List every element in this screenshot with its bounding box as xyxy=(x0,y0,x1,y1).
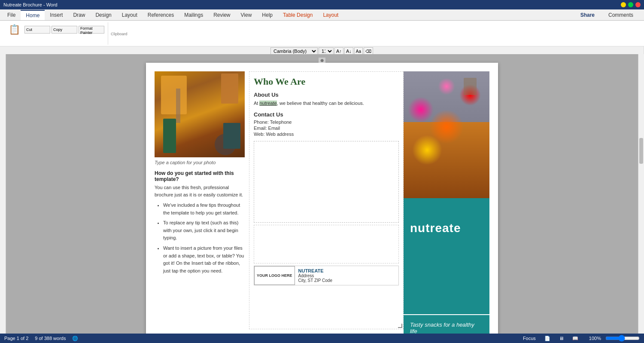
clipboard-group: 📋 Cut Copy Format Painter xyxy=(3,22,108,45)
share-button[interactable]: Share xyxy=(575,10,600,20)
tab-draw[interactable]: Draw xyxy=(68,9,90,20)
window-controls[interactable] xyxy=(621,2,641,7)
flower-pink xyxy=(408,97,434,122)
app-title: Nutreate Brochure - Word xyxy=(3,2,58,7)
read-mode-button[interactable]: 📖 xyxy=(570,335,580,342)
tab-home[interactable]: Home xyxy=(21,10,45,20)
bullet-item-1: We've included a few tips throughout the… xyxy=(163,202,245,217)
about-us-body: At nutreate, we believe that healthy can… xyxy=(254,100,399,107)
focus-button[interactable]: Focus xyxy=(521,335,538,342)
photo-caption: Type a caption for your photo xyxy=(155,160,245,165)
clipboard-group-top: 📋 Cut Copy Format Painter xyxy=(7,23,104,36)
kitchen-photo xyxy=(155,71,245,157)
about-us-heading: About Us xyxy=(254,92,399,98)
flower-photo xyxy=(404,71,489,198)
zoom-slider[interactable] xyxy=(605,336,640,341)
company-name: NUTREATE xyxy=(298,268,332,273)
shop-element xyxy=(464,78,477,95)
zoom-level: 100% xyxy=(589,336,601,341)
brochure: Type a caption for your photo How do you… xyxy=(155,71,489,329)
phone-contact: Phone: Telephone xyxy=(254,119,399,125)
comments-button[interactable]: Comments xyxy=(603,10,638,20)
brand-link[interactable]: nutreate xyxy=(259,101,276,106)
footer-area: YOUR LOGO HERE NUTREATE Address City, ST… xyxy=(254,266,399,285)
flower-bg xyxy=(404,71,489,198)
window-title-bar: Nutreate Brochure - Word xyxy=(0,0,644,9)
company-info: NUTREATE Address City, ST ZIP Code xyxy=(295,266,336,285)
ribbon-tabs: File Home Insert Draw Design Layout Refe… xyxy=(0,9,644,21)
paste-button[interactable]: 📋 xyxy=(7,23,23,36)
vertical-element xyxy=(176,89,180,123)
right-column: nutreate Tasty snacks for a healthy life xyxy=(404,71,489,329)
status-right: Focus 📄 🖥 📖 100% xyxy=(521,335,640,342)
contact-us-heading: Contact Us xyxy=(254,111,399,118)
ribbon-content: 📋 Cut Copy Format Painter Clipboard xyxy=(0,21,644,46)
tab-file[interactable]: File xyxy=(2,9,21,20)
flower-yellow xyxy=(412,135,442,165)
teal-brand-box: nutreate xyxy=(404,198,489,258)
vertical-scrollbar[interactable] xyxy=(638,54,644,334)
copy-button[interactable]: Copy xyxy=(52,26,77,34)
brand-name: nutreate xyxy=(410,221,461,235)
tab-references[interactable]: References xyxy=(143,9,179,20)
paste-icon: 📋 xyxy=(9,24,20,35)
left-heading: How do you get started with this templat… xyxy=(155,170,245,182)
print-layout-button[interactable]: 📄 xyxy=(542,335,553,342)
document-area[interactable]: ⊕ Type a caption for your photo xyxy=(6,54,638,334)
web-contact: Web: Web address xyxy=(254,132,399,137)
bullet-list: We've included a few tips throughout the… xyxy=(155,202,245,275)
plant xyxy=(163,119,176,153)
flower-lightpink xyxy=(438,78,455,95)
move-handle[interactable]: ⊕ xyxy=(319,58,325,63)
shelf-item-1 xyxy=(161,76,187,114)
teal-footer: Tasty snacks for a healthy life xyxy=(404,315,489,334)
page: ⊕ Type a caption for your photo xyxy=(146,63,498,334)
status-bar: Page 1 of 2 9 of 388 words 🌐 Focus 📄 🖥 📖… xyxy=(0,334,644,343)
clipboard-label: Clipboard xyxy=(111,32,128,36)
middle-dashed-area-2 xyxy=(254,225,399,263)
word-count: 9 of 388 words xyxy=(35,336,66,341)
company-address: Address xyxy=(298,273,332,278)
who-we-are-title: Who We Are xyxy=(254,76,399,87)
shelf-item-2 xyxy=(221,74,238,104)
web-layout-button[interactable]: 🖥 xyxy=(557,335,566,342)
left-body: You can use this fresh, professional bro… xyxy=(155,184,245,198)
bullet-item-3: Want to insert a picture from your files… xyxy=(163,245,245,275)
tab-layout[interactable]: Layout xyxy=(117,9,143,20)
scrollbar-thumb[interactable] xyxy=(639,138,643,164)
tab-layout2[interactable]: Layout xyxy=(318,9,343,20)
tab-design[interactable]: Design xyxy=(90,9,116,20)
resize-handle[interactable] xyxy=(398,324,402,328)
pot xyxy=(215,134,236,155)
close-button[interactable] xyxy=(635,2,641,7)
tab-view[interactable]: View xyxy=(236,9,257,20)
tab-help[interactable]: Help xyxy=(257,9,278,20)
middle-dashed-area xyxy=(254,141,399,223)
page-info: Page 1 of 2 xyxy=(4,336,28,341)
format-painter-button[interactable]: Format Painter xyxy=(79,26,104,34)
left-ruler xyxy=(0,54,6,334)
tab-mailings[interactable]: Mailings xyxy=(179,9,208,20)
tab-table-design[interactable]: Table Design xyxy=(278,9,318,20)
cut-button[interactable]: Cut xyxy=(24,26,50,34)
company-city: City, ST ZIP Code xyxy=(298,278,332,283)
email-contact: Email: Email xyxy=(254,126,399,131)
left-column: Type a caption for your photo How do you… xyxy=(155,71,249,329)
teal-spacer xyxy=(404,258,489,314)
bullet-item-2: To replace any tip text (such as this) w… xyxy=(163,219,245,242)
tab-insert[interactable]: Insert xyxy=(45,9,68,20)
tagline: Tasty snacks for a healthy life xyxy=(410,322,483,334)
language-icon: 🌐 xyxy=(72,336,78,341)
maximize-button[interactable] xyxy=(628,2,633,7)
logo-placeholder: YOUR LOGO HERE xyxy=(254,266,295,285)
middle-column[interactable]: Who We Are About Us At nutreate, we beli… xyxy=(249,71,404,329)
tab-review[interactable]: Review xyxy=(208,9,235,20)
minimize-button[interactable] xyxy=(621,2,626,7)
